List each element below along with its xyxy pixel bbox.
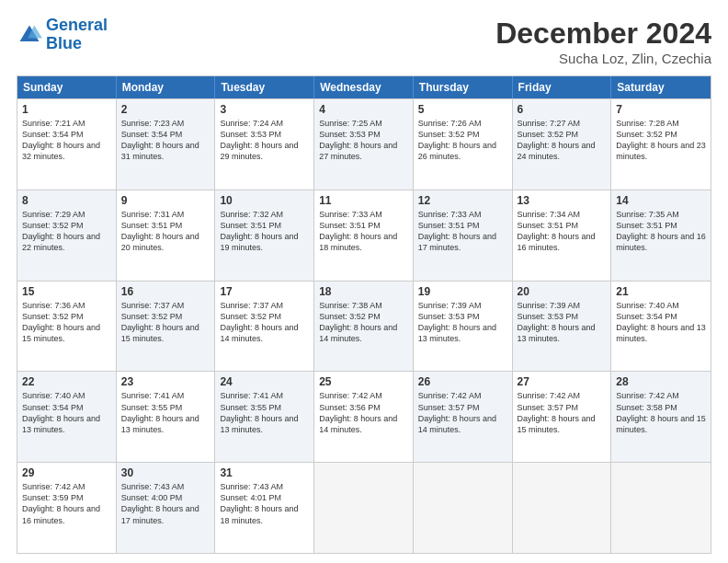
logo: General Blue	[17, 17, 108, 53]
header-saturday: Saturday	[611, 76, 711, 98]
main-title: December 2024	[495, 17, 711, 51]
cell-5: 5 Sunrise: 7:26 AM Sunset: 3:52 PM Dayli…	[414, 99, 513, 190]
cell-9: 9 Sunrise: 7:31 AM Sunset: 3:51 PM Dayli…	[117, 190, 216, 281]
header-thursday: Thursday	[414, 76, 513, 98]
cell-6: 6 Sunrise: 7:27 AM Sunset: 3:52 PM Dayli…	[513, 99, 612, 190]
subtitle: Sucha Loz, Zlin, Czechia	[495, 51, 711, 66]
cell-empty-6	[513, 463, 612, 553]
cell-empty-7	[611, 463, 711, 553]
cell-11: 11 Sunrise: 7:33 AM Sunset: 3:51 PM Dayl…	[314, 190, 414, 281]
cell-7: 7 Sunrise: 7:28 AM Sunset: 3:52 PM Dayli…	[611, 99, 711, 190]
cell-16: 16 Sunrise: 7:37 AM Sunset: 3:52 PM Dayl…	[117, 282, 216, 372]
header-tuesday: Tuesday	[215, 76, 314, 98]
cell-19: 19 Sunrise: 7:39 AM Sunset: 3:53 PM Dayl…	[414, 282, 513, 372]
cell-empty-4	[314, 463, 414, 553]
cell-24: 24 Sunrise: 7:41 AM Sunset: 3:55 PM Dayl…	[215, 372, 314, 462]
cell-27: 27 Sunrise: 7:42 AM Sunset: 3:57 PM Dayl…	[513, 372, 612, 462]
cell-28: 28 Sunrise: 7:42 AM Sunset: 3:58 PM Dayl…	[611, 372, 711, 462]
header-friday: Friday	[513, 76, 612, 98]
cell-25: 25 Sunrise: 7:42 AM Sunset: 3:56 PM Dayl…	[314, 372, 414, 462]
cell-26: 26 Sunrise: 7:42 AM Sunset: 3:57 PM Dayl…	[414, 372, 513, 462]
cell-17: 17 Sunrise: 7:37 AM Sunset: 3:52 PM Dayl…	[215, 282, 314, 372]
cell-4: 4 Sunrise: 7:25 AM Sunset: 3:53 PM Dayli…	[314, 99, 414, 190]
cell-31: 31 Sunrise: 7:43 AM Sunset: 4:01 PM Dayl…	[215, 463, 314, 553]
calendar: Sunday Monday Tuesday Wednesday Thursday…	[17, 75, 711, 554]
week-4: 22 Sunrise: 7:40 AM Sunset: 3:54 PM Dayl…	[17, 371, 711, 462]
header-sunday: Sunday	[17, 76, 117, 98]
cell-empty-5	[414, 463, 513, 553]
page: General Blue December 2024 Sucha Loz, Zl…	[0, 0, 728, 563]
title-block: December 2024 Sucha Loz, Zlin, Czechia	[495, 17, 711, 66]
cell-21: 21 Sunrise: 7:40 AM Sunset: 3:54 PM Dayl…	[611, 282, 711, 372]
cell-2: 2 Sunrise: 7:23 AM Sunset: 3:54 PM Dayli…	[117, 99, 216, 190]
cell-15: 15 Sunrise: 7:36 AM Sunset: 3:52 PM Dayl…	[17, 282, 117, 372]
calendar-body: 1 Sunrise: 7:21 AM Sunset: 3:54 PM Dayli…	[17, 98, 711, 553]
cell-3: 3 Sunrise: 7:24 AM Sunset: 3:53 PM Dayli…	[215, 99, 314, 190]
calendar-header: Sunday Monday Tuesday Wednesday Thursday…	[17, 76, 711, 98]
header-monday: Monday	[117, 76, 216, 98]
cell-23: 23 Sunrise: 7:41 AM Sunset: 3:55 PM Dayl…	[117, 372, 216, 462]
header: General Blue December 2024 Sucha Loz, Zl…	[17, 17, 711, 66]
week-1: 1 Sunrise: 7:21 AM Sunset: 3:54 PM Dayli…	[17, 98, 711, 190]
cell-22: 22 Sunrise: 7:40 AM Sunset: 3:54 PM Dayl…	[17, 372, 117, 462]
cell-14: 14 Sunrise: 7:35 AM Sunset: 3:51 PM Dayl…	[611, 190, 711, 281]
cell-1: 1 Sunrise: 7:21 AM Sunset: 3:54 PM Dayli…	[17, 99, 117, 190]
cell-12: 12 Sunrise: 7:33 AM Sunset: 3:51 PM Dayl…	[414, 190, 513, 281]
logo-text: General Blue	[46, 17, 108, 53]
cell-8: 8 Sunrise: 7:29 AM Sunset: 3:52 PM Dayli…	[17, 190, 117, 281]
cell-29: 29 Sunrise: 7:42 AM Sunset: 3:59 PM Dayl…	[17, 463, 117, 553]
cell-13: 13 Sunrise: 7:34 AM Sunset: 3:51 PM Dayl…	[513, 190, 612, 281]
cell-18: 18 Sunrise: 7:38 AM Sunset: 3:52 PM Dayl…	[314, 282, 414, 372]
week-2: 8 Sunrise: 7:29 AM Sunset: 3:52 PM Dayli…	[17, 190, 711, 281]
week-5: 29 Sunrise: 7:42 AM Sunset: 3:59 PM Dayl…	[17, 462, 711, 553]
cell-20: 20 Sunrise: 7:39 AM Sunset: 3:53 PM Dayl…	[513, 282, 612, 372]
cell-30: 30 Sunrise: 7:43 AM Sunset: 4:00 PM Dayl…	[117, 463, 216, 553]
week-3: 15 Sunrise: 7:36 AM Sunset: 3:52 PM Dayl…	[17, 281, 711, 372]
header-wednesday: Wednesday	[314, 76, 414, 98]
logo-icon	[17, 22, 42, 48]
cell-10: 10 Sunrise: 7:32 AM Sunset: 3:51 PM Dayl…	[215, 190, 314, 281]
